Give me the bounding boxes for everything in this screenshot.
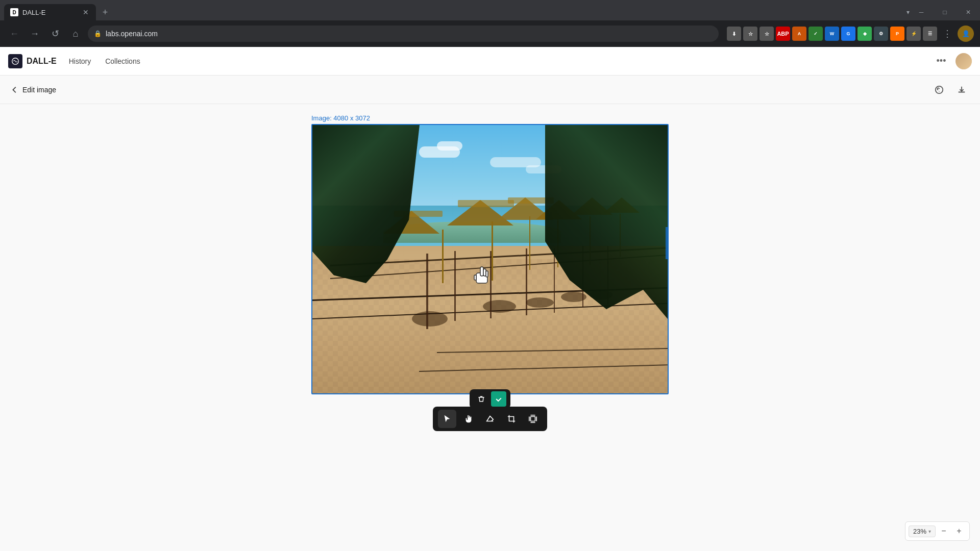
edit-toolbar: Edit image — [0, 76, 980, 104]
beach-image — [312, 125, 668, 393]
close-window-button[interactable]: ✕ — [957, 4, 980, 20]
image-canvas[interactable] — [311, 124, 669, 394]
zoom-decrease-button[interactable]: − — [937, 524, 951, 538]
fence-post-2 — [454, 251, 456, 321]
eraser-tool-icon — [485, 414, 495, 423]
home-button[interactable]: ⌂ — [67, 26, 84, 42]
canvas-area: Image: 4080 x 3072 — [0, 104, 980, 441]
toolbar-right — [931, 82, 970, 98]
trash-icon — [477, 395, 485, 403]
zoom-control: 23% ▾ − + — [905, 521, 970, 541]
collections-nav-link[interactable]: Collections — [103, 55, 142, 67]
back-button[interactable]: Edit image — [10, 85, 56, 94]
ext-download-icon[interactable]: ⬇ — [727, 27, 741, 41]
selection-actions-bar — [470, 389, 510, 409]
umbrella-2-pole — [492, 221, 493, 281]
profile-avatar[interactable]: 👤 — [958, 26, 974, 42]
fence-post-1 — [426, 254, 428, 329]
select-tool-icon — [443, 414, 452, 423]
zoom-display[interactable]: 23% ▾ — [909, 525, 936, 537]
zoom-dropdown-arrow[interactable]: ▾ — [928, 529, 931, 534]
app-logo[interactable]: DALL-E — [8, 54, 57, 68]
hand-tool-button[interactable] — [459, 410, 478, 428]
main-tools-container — [433, 407, 547, 431]
shadow-3 — [526, 297, 554, 308]
confirm-selection-button[interactable] — [491, 391, 506, 407]
ext-adblock-icon[interactable]: ABP — [776, 27, 790, 41]
url-display: labs.openai.com — [106, 30, 158, 38]
check-icon — [495, 395, 503, 403]
security-lock-icon: 🔒 — [94, 30, 102, 37]
svg-rect-7 — [531, 417, 535, 421]
ext-icon-5[interactable]: ◆ — [857, 27, 872, 41]
hand-tool-icon — [464, 414, 473, 423]
forward-nav-button[interactable]: → — [27, 26, 43, 42]
eraser-tool-button[interactable] — [481, 410, 499, 428]
select-tool-button[interactable] — [438, 410, 456, 428]
ext-icon-2[interactable]: ✓ — [808, 27, 823, 41]
image-dimensions-label: Image: 4080 x 3072 — [311, 114, 370, 122]
ext-icon-1[interactable]: A — [792, 27, 806, 41]
crop-tool-button[interactable] — [502, 410, 521, 428]
maximize-button[interactable]: □ — [933, 4, 957, 20]
ext-icon-3[interactable]: W — [825, 27, 839, 41]
download-button[interactable] — [953, 82, 970, 98]
outpaint-tool-button[interactable] — [524, 410, 542, 428]
umbrella-1-pole — [442, 230, 444, 283]
reload-button[interactable]: ↺ — [47, 26, 63, 42]
delete-selection-button[interactable] — [474, 391, 489, 407]
back-nav-button[interactable]: ← — [6, 26, 22, 42]
zoom-increase-button[interactable]: + — [952, 524, 966, 538]
cloud-2 — [437, 141, 462, 151]
ext-icon-8[interactable]: ⚡ — [906, 27, 921, 41]
fence-post-5 — [554, 248, 555, 313]
user-avatar[interactable] — [955, 53, 972, 69]
fence-post-4 — [526, 248, 527, 316]
ext-icon-7[interactable]: P — [890, 27, 904, 41]
main-tools-bar — [433, 407, 547, 431]
page-content: Edit image Image: 4080 x 3072 — [0, 76, 980, 551]
app-header: DALL-E History Collections ••• — [0, 47, 980, 76]
svg-point-1 — [936, 86, 943, 93]
back-arrow-icon — [10, 85, 19, 94]
tab-close-button[interactable]: ✕ — [82, 8, 90, 16]
ext-icon-4[interactable]: G — [841, 27, 855, 41]
edit-image-label: Edit image — [22, 86, 56, 94]
profile-initial: 👤 — [962, 30, 970, 37]
ext-icon-9[interactable]: ☰ — [923, 27, 937, 41]
umbrella-3-pole — [529, 216, 530, 270]
address-bar[interactable]: 🔒 labs.openai.com — [88, 26, 719, 42]
dalle-logo-svg — [11, 57, 20, 66]
minimize-button[interactable]: ─ — [910, 4, 933, 20]
active-tab[interactable]: D DALL-E ✕ — [4, 4, 96, 20]
app-name: DALL-E — [27, 57, 57, 66]
more-options-button[interactable]: ••• — [933, 53, 949, 69]
help-button[interactable] — [931, 82, 947, 98]
edge-highlight — [666, 227, 668, 259]
zoom-level: 23% — [913, 528, 926, 535]
ext-icon-6[interactable]: ⚙ — [874, 27, 888, 41]
ext-more-button[interactable]: ⋮ — [939, 26, 955, 42]
tab-favicon: D — [10, 8, 18, 16]
tab-title: DALL-E — [22, 9, 78, 16]
crop-tool-icon — [507, 414, 516, 423]
outpaint-tool-icon — [528, 414, 537, 423]
logo-icon — [8, 54, 22, 68]
help-icon — [935, 85, 944, 94]
download-icon — [957, 85, 966, 94]
history-nav-link[interactable]: History — [67, 55, 93, 67]
header-right: ••• — [933, 53, 972, 69]
ext-star-icon[interactable]: ☆ — [743, 27, 757, 41]
new-tab-button[interactable]: + — [98, 5, 112, 19]
ext-bookmark-icon[interactable]: ☆ — [760, 27, 774, 41]
